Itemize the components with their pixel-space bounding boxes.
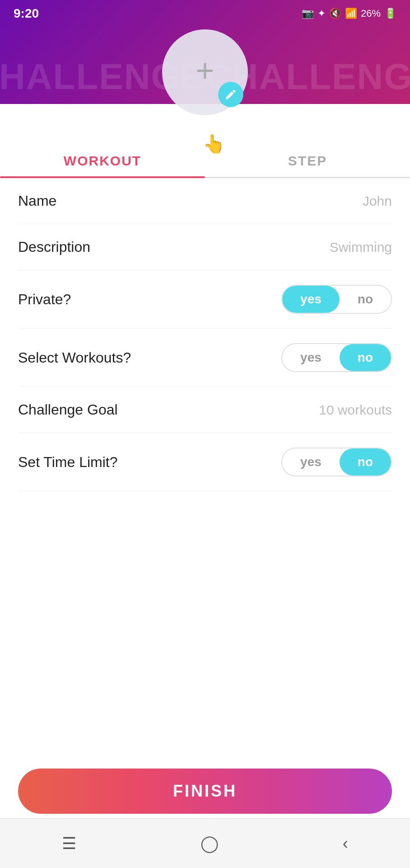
battery-icon: 🔋: [384, 8, 396, 19]
select-workouts-row: Select Workouts? yes no: [18, 329, 392, 387]
set-time-limit-toggle[interactable]: yes no: [281, 448, 392, 476]
select-workouts-no-btn[interactable]: no: [340, 344, 391, 371]
tab-active-underline: [0, 176, 205, 178]
private-toggle[interactable]: yes no: [281, 285, 392, 314]
pencil-icon: [224, 88, 237, 101]
tabs-container: WORKOUT STEP: [0, 142, 410, 178]
nav-back-icon[interactable]: ‹: [343, 834, 348, 853]
set-time-limit-row: Set Time Limit? yes no: [18, 433, 392, 491]
status-time: 9:20: [14, 6, 39, 21]
select-workouts-label: Select Workouts?: [18, 349, 131, 366]
wifi-icon: 📶: [345, 8, 357, 19]
select-workouts-toggle[interactable]: yes no: [281, 343, 392, 372]
challenge-goal-value: 10 workouts: [319, 402, 392, 418]
battery-text: 26%: [361, 8, 381, 19]
challenge-goal-row[interactable]: Challenge Goal 10 workouts: [18, 387, 392, 433]
description-value: Swimming: [330, 240, 392, 255]
nav-home-icon[interactable]: ◯: [200, 834, 219, 853]
private-yes-btn[interactable]: yes: [282, 286, 340, 313]
set-time-limit-no-btn[interactable]: no: [340, 448, 391, 476]
main-card: WORKOUT STEP Name John Description Swimm…: [0, 104, 410, 868]
private-label: Private?: [18, 291, 71, 308]
bottom-nav: ☰ ◯ ‹: [0, 818, 410, 868]
name-value: John: [363, 193, 392, 209]
select-workouts-yes-btn[interactable]: yes: [282, 344, 340, 371]
set-time-limit-label: Set Time Limit?: [18, 454, 118, 471]
tab-step[interactable]: STEP: [205, 142, 410, 177]
challenge-goal-label: Challenge Goal: [18, 401, 118, 418]
name-row[interactable]: Name John: [18, 178, 392, 224]
edit-icon-badge[interactable]: [218, 82, 243, 107]
set-time-limit-yes-btn[interactable]: yes: [282, 448, 340, 476]
description-row[interactable]: Description Swimming: [18, 224, 392, 270]
status-bar: 9:20 📷 ✦ 🔇 📶 26% 🔋: [0, 0, 410, 27]
add-photo-button[interactable]: +: [162, 29, 248, 115]
bluetooth-icon: ✦: [317, 8, 326, 19]
add-button-container: +: [162, 29, 248, 115]
finish-button[interactable]: FINISH: [18, 769, 392, 814]
private-row: Private? yes no: [18, 270, 392, 329]
status-icons: 📷 ✦ 🔇 📶 26% 🔋: [302, 8, 396, 19]
camera-icon: 📷: [302, 8, 314, 19]
tab-workout[interactable]: WORKOUT: [0, 142, 205, 177]
form-section: Name John Description Swimming Private? …: [0, 178, 410, 491]
sound-icon: 🔇: [329, 8, 341, 19]
description-label: Description: [18, 239, 90, 255]
private-no-btn[interactable]: no: [340, 286, 391, 313]
nav-menu-icon[interactable]: ☰: [62, 834, 76, 853]
plus-icon: +: [196, 55, 214, 86]
name-label: Name: [18, 193, 56, 209]
